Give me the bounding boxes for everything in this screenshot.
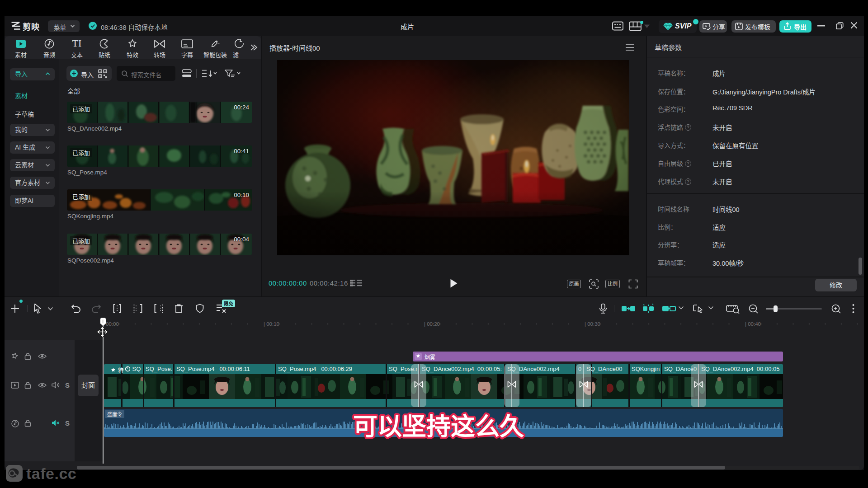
svg-text:| 00:40: | 00:40	[745, 321, 761, 327]
svg-text:可以坚持这么久: 可以坚持这么久	[353, 413, 524, 440]
svg-text:| 00:30: | 00:30	[585, 321, 600, 327]
svg-text:| 00:20: | 00:20	[424, 321, 440, 327]
svg-text:| 00:10: | 00:10	[264, 321, 279, 327]
